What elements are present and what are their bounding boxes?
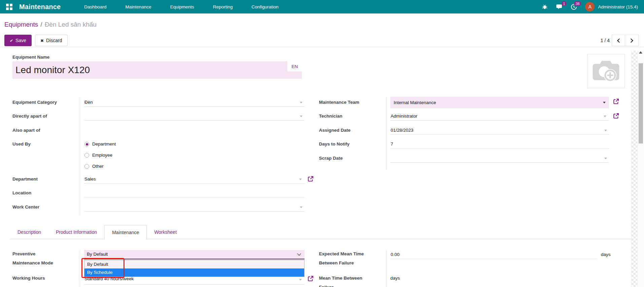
- maintenance-tab-left: Preventive Maintenance Mode By Default B…: [12, 250, 305, 287]
- external-link-icon[interactable]: [613, 98, 619, 106]
- messages-icon[interactable]: 1: [556, 4, 563, 10]
- chevron-down-icon[interactable]: [300, 116, 302, 117]
- maintenance-team-field[interactable]: Internal Maintenance: [390, 97, 609, 108]
- chevron-down-icon[interactable]: [604, 158, 607, 159]
- debug-bug-icon[interactable]: [542, 4, 548, 10]
- expected-mtbf-label-line2: Between Failure: [319, 260, 354, 266]
- directly-apart-field[interactable]: [84, 113, 305, 121]
- discard-button[interactable]: Discard: [35, 35, 68, 46]
- work-center-label: Work Center: [12, 204, 78, 211]
- app-title[interactable]: Maintenance: [19, 3, 61, 11]
- equipment-name-field[interactable]: Led monitor X120: [12, 61, 302, 79]
- radio-other-label: Other: [92, 163, 104, 170]
- radio-unselected-icon: [84, 153, 89, 158]
- equipment-name-value: Led monitor X120: [12, 65, 90, 75]
- save-button-label: Save: [15, 38, 26, 43]
- discard-button-label: Discard: [46, 38, 62, 43]
- chevron-down-icon[interactable]: [603, 102, 606, 103]
- also-apart-label: Also apart of: [12, 127, 78, 134]
- directly-apart-label: Directly apart of: [12, 113, 78, 120]
- pager-next-button[interactable]: [625, 35, 639, 46]
- menu-configuration[interactable]: Configuration: [252, 4, 279, 9]
- top-navbar: Maintenance Dashboard Maintenance Equipm…: [0, 0, 644, 13]
- tab-product-information[interactable]: Product Information: [48, 225, 104, 239]
- option-by-default[interactable]: By Default: [84, 260, 304, 268]
- left-field-column: Equipment Category Đèn Directly apart of…: [12, 98, 305, 216]
- assigned-date-label: Assigned Date: [319, 127, 385, 134]
- panel-divider: [0, 47, 644, 47]
- scrap-date-field[interactable]: [390, 155, 609, 163]
- activity-clock-icon[interactable]: 38: [571, 4, 577, 10]
- preventive-mode-select[interactable]: By Default: [84, 250, 305, 259]
- chevron-right-icon: [629, 38, 633, 43]
- menu-dashboard[interactable]: Dashboard: [84, 4, 106, 9]
- user-name: Administrator (15.4): [598, 4, 638, 9]
- also-apart-field[interactable]: [84, 127, 305, 135]
- chevron-down-icon[interactable]: [300, 102, 302, 103]
- radio-department-label: Department: [92, 141, 116, 148]
- radio-other[interactable]: Other: [84, 163, 104, 170]
- technician-value: Administrator: [391, 114, 418, 119]
- pager-previous-button[interactable]: [612, 35, 625, 46]
- check-icon: [10, 38, 13, 43]
- chevron-left-icon: [617, 38, 621, 43]
- pager-buttons: [612, 35, 639, 46]
- expected-mtbf-unit: days: [601, 251, 611, 258]
- breadcrumb-equipments-link[interactable]: Equipments: [4, 21, 38, 28]
- radio-employee[interactable]: Employee: [84, 152, 112, 159]
- tab-maintenance[interactable]: Maintenance: [104, 225, 147, 239]
- days-to-notify-field[interactable]: 7: [390, 141, 609, 149]
- technician-label: Technician: [319, 113, 385, 120]
- working-hours-label: Working Hours: [12, 275, 45, 282]
- apps-menu-icon[interactable]: [6, 4, 12, 10]
- radio-department[interactable]: Department: [84, 141, 116, 148]
- close-icon: [40, 38, 44, 43]
- avatar: A: [585, 2, 595, 11]
- chevron-down-icon[interactable]: [300, 206, 302, 208]
- mtbf-label-line2: Failure: [319, 284, 334, 287]
- equipment-category-field[interactable]: Đèn: [84, 99, 305, 107]
- working-hours-field[interactable]: Standard 40 hours/week: [84, 276, 305, 285]
- expected-mtbf-field[interactable]: 0.00: [390, 251, 597, 259]
- chevron-down-icon[interactable]: [299, 279, 302, 281]
- translation-language-badge[interactable]: EN: [287, 61, 302, 71]
- expected-mtbf-label-line1: Expected Mean Time: [319, 251, 364, 257]
- breadcrumb: Equipments/Đèn Led sân khấu: [4, 21, 97, 28]
- external-link-icon[interactable]: [308, 176, 314, 183]
- external-link-icon[interactable]: [308, 276, 314, 283]
- menu-maintenance[interactable]: Maintenance: [125, 4, 151, 9]
- user-menu[interactable]: A Administrator (15.4): [585, 2, 638, 11]
- external-link-icon[interactable]: [613, 113, 619, 120]
- tab-worksheet[interactable]: Worksheet: [147, 225, 184, 239]
- scrollbar-thumb[interactable]: [639, 63, 643, 144]
- save-button[interactable]: Save: [4, 35, 32, 46]
- location-label: Location: [12, 190, 78, 196]
- tabs-divider: [10, 239, 632, 239]
- chevron-down-icon[interactable]: [604, 130, 607, 131]
- department-field[interactable]: Sales: [84, 176, 305, 184]
- preventive-mode-label-line2: Maintenance Mode: [12, 260, 53, 266]
- chevron-down-icon[interactable]: [604, 116, 606, 117]
- menu-equipments[interactable]: Equipments: [170, 4, 194, 9]
- main-menu: Dashboard Maintenance Equipments Reporti…: [84, 4, 279, 9]
- working-hours-value: Standard 40 hours/week: [84, 276, 134, 281]
- radio-selected-icon: [84, 142, 89, 147]
- messages-badge: 1: [562, 1, 567, 6]
- days-to-notify-value: 7: [391, 141, 393, 147]
- tab-description[interactable]: Description: [10, 225, 48, 239]
- expected-mtbf-value: 0.00: [391, 252, 399, 257]
- technician-field[interactable]: Administrator: [390, 113, 609, 121]
- location-field[interactable]: [84, 190, 305, 197]
- menu-reporting[interactable]: Reporting: [213, 4, 233, 9]
- activity-badge: 38: [574, 1, 581, 6]
- mtbf-unit: days: [390, 275, 400, 282]
- option-by-schedule[interactable]: By Schedule: [84, 268, 304, 277]
- work-center-field[interactable]: [84, 204, 305, 212]
- assigned-date-field[interactable]: 01/28/2023: [390, 127, 609, 135]
- chevron-down-icon[interactable]: [299, 179, 302, 180]
- scrollbar-up-arrow[interactable]: [639, 51, 642, 54]
- preventive-mode-label-line1: Preventive: [12, 251, 35, 257]
- preventive-mode-dropdown: By Default By Schedule: [84, 260, 305, 277]
- pager-counter: 1 / 4: [601, 35, 610, 46]
- equipment-image-upload[interactable]: [587, 54, 625, 88]
